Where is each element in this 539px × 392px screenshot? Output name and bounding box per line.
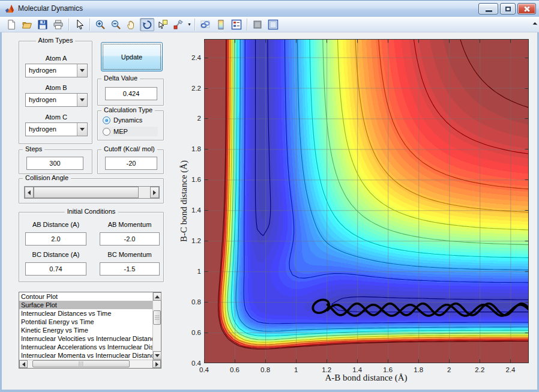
atom-b-dropdown[interactable]: hydrogen xyxy=(25,93,88,107)
radio-unselected-icon xyxy=(103,128,110,136)
radio-selected-icon xyxy=(103,116,110,124)
radio-dynamics[interactable]: Dynamics xyxy=(103,115,142,125)
pan-hand-icon[interactable] xyxy=(124,18,139,31)
zoom-out-icon[interactable] xyxy=(109,18,123,31)
vscroll-thumb[interactable] xyxy=(153,310,161,325)
edit-pointer-icon[interactable] xyxy=(72,18,86,31)
arrow-right-icon xyxy=(155,362,158,367)
link-plot-icon[interactable] xyxy=(198,18,212,31)
data-cursor-icon[interactable] xyxy=(155,18,170,31)
slider-thumb[interactable] xyxy=(34,187,139,198)
brush-dropdown-arrow-icon[interactable]: ▼ xyxy=(187,22,192,26)
hide-plot-tools-icon[interactable] xyxy=(250,18,265,31)
cutoff-field[interactable]: -20 xyxy=(105,157,157,170)
plot-type-listbox[interactable]: Contour PlotSurface PlotInternuclear Dis… xyxy=(19,292,161,369)
atom-b-dropdown-arrow[interactable] xyxy=(77,94,87,106)
show-plot-tools-icon[interactable] xyxy=(266,18,280,31)
zoom-in-icon[interactable] xyxy=(93,18,107,31)
y-axis-label: B-C bond distance (Å) xyxy=(179,160,189,242)
ab-distance-field[interactable]: 2.0 xyxy=(25,232,86,246)
print-figure-icon[interactable] xyxy=(51,18,65,31)
x-tick-label: 0.4 xyxy=(199,366,209,373)
save-figure-icon[interactable] xyxy=(35,18,50,31)
close-icon xyxy=(523,5,530,12)
ab-momentum-field[interactable]: -2.0 xyxy=(100,232,160,246)
x-tick-label: 1 xyxy=(294,366,298,373)
y-tick-label: 2.2 xyxy=(181,85,201,92)
ab-momentum-label: AB Momentum xyxy=(100,221,160,228)
bc-momentum-label: BC Momentum xyxy=(100,251,160,258)
steps-field[interactable]: 300 xyxy=(26,157,83,170)
matlab-icon xyxy=(5,4,14,13)
y-tick-label: 2 xyxy=(181,115,201,122)
list-item[interactable]: Potential Energy vs Time xyxy=(19,318,152,326)
bc-momentum-field[interactable]: -1.5 xyxy=(100,262,160,276)
atom-a-value: hydrogen xyxy=(29,67,56,74)
steps-title: Steps xyxy=(23,145,44,152)
listbox-vscrollbar[interactable] xyxy=(152,292,161,360)
slider-left-arrow[interactable] xyxy=(25,187,34,198)
atom-b-value: hydrogen xyxy=(29,96,56,103)
y-tick-label: 2.4 xyxy=(181,54,201,61)
scroll-left-button[interactable] xyxy=(19,360,28,368)
atom-b-label: Atom B xyxy=(19,84,93,91)
list-item[interactable]: Surface Plot xyxy=(19,301,152,309)
list-item[interactable]: Internuclear Momenta vs Internuclear Dis… xyxy=(19,351,152,360)
cutoff-title: Cutoff (Kcal/ mol) xyxy=(101,145,157,152)
list-item[interactable]: Internuclear Accelerations vs Internucle… xyxy=(19,343,152,351)
list-item[interactable]: Contour Plot xyxy=(19,292,152,301)
atom-c-dropdown-arrow[interactable] xyxy=(77,123,87,136)
collision-angle-slider[interactable] xyxy=(24,186,160,199)
atom-c-dropdown[interactable]: hydrogen xyxy=(25,122,88,136)
collision-angle-title: Collision Angle xyxy=(23,174,71,181)
toolbar-separator xyxy=(68,19,69,31)
steps-panel: Steps 300 xyxy=(19,149,92,174)
figure-window: Molecular Dynamics ▼ Atom Types Atom A h… xyxy=(0,0,539,392)
chevron-down-icon xyxy=(80,98,85,101)
title-bar[interactable]: Molecular Dynamics xyxy=(0,0,539,17)
delta-value-title: Delta Value xyxy=(101,74,140,82)
list-item[interactable]: Internuclear Distances vs Time xyxy=(19,309,152,318)
close-button[interactable] xyxy=(517,3,536,14)
radio-mep[interactable]: MEP xyxy=(103,127,158,136)
rotate-3d-icon[interactable] xyxy=(140,18,154,31)
insert-legend-icon[interactable] xyxy=(229,18,244,31)
x-tick-label: 1.8 xyxy=(414,366,423,373)
scroll-right-button[interactable] xyxy=(152,360,161,368)
atom-types-panel: Atom Types Atom A hydrogen Atom B hydrog… xyxy=(19,41,92,144)
atom-a-dropdown-arrow[interactable] xyxy=(77,64,87,77)
contour-plot-canvas[interactable] xyxy=(204,39,529,363)
update-button[interactable]: Update xyxy=(101,42,163,71)
arrow-up-icon xyxy=(155,295,160,298)
arrow-down-icon xyxy=(155,354,160,357)
scroll-up-button[interactable] xyxy=(153,292,161,301)
slider-right-arrow[interactable] xyxy=(150,187,159,198)
y-tick-label: 0.8 xyxy=(181,298,201,306)
delta-value-panel: Delta Value 0.424 xyxy=(97,79,164,106)
ab-distance-label: AB Distance (A) xyxy=(25,221,86,228)
chevron-down-icon xyxy=(80,128,85,131)
bc-distance-field[interactable]: 0.74 xyxy=(25,262,86,276)
maximize-button[interactable] xyxy=(500,3,516,14)
insert-colorbar-icon[interactable] xyxy=(214,18,228,31)
toolbar-separator xyxy=(194,19,195,31)
list-item[interactable]: Kinetic Energy vs Time xyxy=(19,326,152,334)
list-item[interactable]: Internuclear Velocities vs Internuclear … xyxy=(19,334,152,343)
delta-value-field[interactable]: 0.424 xyxy=(105,87,157,100)
brush-data-icon[interactable] xyxy=(171,18,185,31)
new-figure-icon[interactable] xyxy=(4,18,19,31)
atom-a-dropdown[interactable]: hydrogen xyxy=(25,64,88,77)
x-tick-label: 2.2 xyxy=(475,366,484,373)
open-file-icon[interactable] xyxy=(20,18,34,31)
initial-conditions-panel: Initial Conditions AB Distance (A) AB Mo… xyxy=(19,212,164,282)
hscroll-thumb[interactable] xyxy=(32,360,130,367)
figure-toolbar: ▼ xyxy=(0,17,539,32)
x-tick-label: 0.8 xyxy=(260,366,270,373)
mep-label: MEP xyxy=(113,128,128,135)
maximize-icon xyxy=(505,7,511,11)
scroll-down-button[interactable] xyxy=(153,351,161,360)
minimize-button[interactable] xyxy=(478,3,498,14)
y-tick-label: 1 xyxy=(181,268,201,275)
listbox-hscrollbar[interactable] xyxy=(19,360,161,368)
cutoff-panel: Cutoff (Kcal/ mol) -20 xyxy=(97,149,164,174)
